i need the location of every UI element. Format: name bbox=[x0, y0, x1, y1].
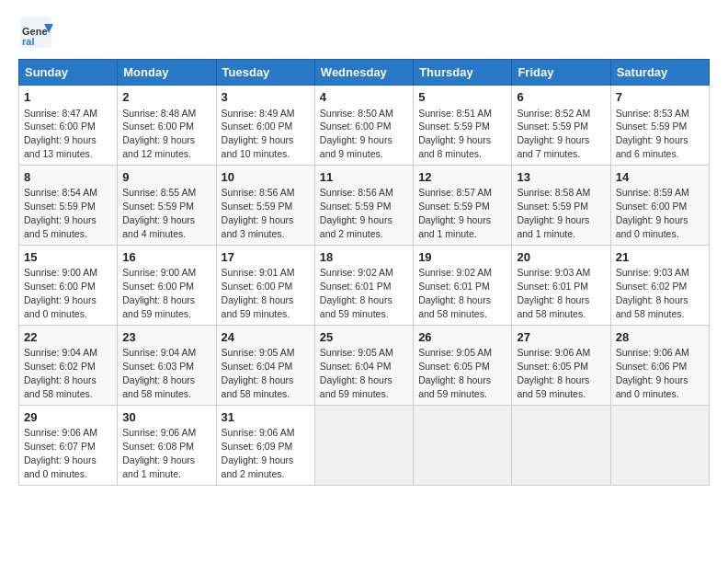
day-number: 22 bbox=[24, 329, 112, 346]
day-number: 11 bbox=[320, 169, 408, 186]
day-detail: Sunrise: 9:01 AMSunset: 6:00 PMDaylight:… bbox=[222, 267, 295, 319]
day-number: 6 bbox=[517, 89, 605, 106]
calendar-cell bbox=[414, 405, 512, 485]
day-number: 1 bbox=[24, 89, 112, 106]
calendar-cell: 2 Sunrise: 8:48 AMSunset: 6:00 PMDayligh… bbox=[118, 86, 216, 166]
calendar-cell: 8 Sunrise: 8:54 AMSunset: 5:59 PMDayligh… bbox=[19, 165, 118, 245]
calendar-cell: 12 Sunrise: 8:57 AMSunset: 5:59 PMDaylig… bbox=[414, 165, 512, 245]
calendar-cell: 22 Sunrise: 9:04 AMSunset: 6:02 PMDaylig… bbox=[19, 325, 118, 405]
calendar-cell: 15 Sunrise: 9:00 AMSunset: 6:00 PMDaylig… bbox=[19, 245, 118, 325]
day-number: 18 bbox=[320, 249, 408, 266]
page-container: Gene ral SundayMondayTuesdayWednesdayThu… bbox=[0, 0, 728, 495]
calendar-cell bbox=[512, 405, 610, 485]
calendar-cell: 6 Sunrise: 8:52 AMSunset: 5:59 PMDayligh… bbox=[512, 86, 610, 166]
day-detail: Sunrise: 8:47 AMSunset: 6:00 PMDaylight:… bbox=[24, 108, 97, 160]
day-number: 17 bbox=[222, 249, 310, 266]
calendar-cell: 23 Sunrise: 9:04 AMSunset: 6:03 PMDaylig… bbox=[118, 325, 216, 405]
day-detail: Sunrise: 8:49 AMSunset: 6:00 PMDaylight:… bbox=[222, 108, 295, 160]
day-number: 25 bbox=[320, 329, 408, 346]
day-number: 19 bbox=[418, 249, 506, 266]
day-detail: Sunrise: 8:53 AMSunset: 5:59 PMDaylight:… bbox=[616, 108, 689, 160]
day-detail: Sunrise: 8:58 AMSunset: 5:59 PMDaylight:… bbox=[517, 187, 590, 239]
calendar-cell: 21 Sunrise: 9:03 AMSunset: 6:02 PMDaylig… bbox=[610, 245, 709, 325]
svg-text:ral: ral bbox=[22, 36, 34, 47]
day-detail: Sunrise: 9:06 AMSunset: 6:05 PMDaylight:… bbox=[517, 347, 590, 399]
day-number: 20 bbox=[517, 249, 605, 266]
weekday-header-thursday: Thursday bbox=[414, 60, 512, 86]
calendar-week-row: 1 Sunrise: 8:47 AMSunset: 6:00 PMDayligh… bbox=[19, 86, 710, 166]
day-detail: Sunrise: 8:56 AMSunset: 5:59 PMDaylight:… bbox=[222, 187, 295, 239]
day-detail: Sunrise: 9:04 AMSunset: 6:02 PMDaylight:… bbox=[24, 347, 97, 399]
calendar-cell: 18 Sunrise: 9:02 AMSunset: 6:01 PMDaylig… bbox=[314, 245, 413, 325]
day-detail: Sunrise: 8:51 AMSunset: 5:59 PMDaylight:… bbox=[418, 108, 492, 160]
calendar-cell: 19 Sunrise: 9:02 AMSunset: 6:01 PMDaylig… bbox=[414, 245, 512, 325]
calendar-cell: 13 Sunrise: 8:58 AMSunset: 5:59 PMDaylig… bbox=[512, 165, 610, 245]
calendar-cell: 29 Sunrise: 9:06 AMSunset: 6:07 PMDaylig… bbox=[19, 405, 118, 485]
logo-icon: Gene ral bbox=[18, 15, 53, 50]
calendar-cell: 3 Sunrise: 8:49 AMSunset: 6:00 PMDayligh… bbox=[216, 86, 314, 166]
day-detail: Sunrise: 9:06 AMSunset: 6:08 PMDaylight:… bbox=[122, 427, 196, 479]
day-number: 10 bbox=[222, 169, 310, 186]
weekday-header-wednesday: Wednesday bbox=[314, 60, 413, 86]
day-detail: Sunrise: 9:06 AMSunset: 6:06 PMDaylight:… bbox=[616, 347, 689, 399]
day-number: 21 bbox=[616, 249, 704, 266]
calendar-cell: 28 Sunrise: 9:06 AMSunset: 6:06 PMDaylig… bbox=[610, 325, 709, 405]
calendar-cell: 4 Sunrise: 8:50 AMSunset: 6:00 PMDayligh… bbox=[314, 86, 413, 166]
day-detail: Sunrise: 9:02 AMSunset: 6:01 PMDaylight:… bbox=[418, 267, 492, 319]
day-number: 31 bbox=[222, 409, 310, 426]
calendar-cell: 14 Sunrise: 8:59 AMSunset: 6:00 PMDaylig… bbox=[610, 165, 709, 245]
day-number: 26 bbox=[418, 329, 506, 346]
day-number: 3 bbox=[222, 89, 310, 106]
day-number: 16 bbox=[122, 249, 210, 266]
calendar-cell: 11 Sunrise: 8:56 AMSunset: 5:59 PMDaylig… bbox=[314, 165, 413, 245]
day-detail: Sunrise: 9:06 AMSunset: 6:09 PMDaylight:… bbox=[222, 427, 295, 479]
day-detail: Sunrise: 8:56 AMSunset: 5:59 PMDaylight:… bbox=[320, 187, 393, 239]
day-detail: Sunrise: 9:00 AMSunset: 6:00 PMDaylight:… bbox=[122, 267, 196, 319]
day-detail: Sunrise: 8:54 AMSunset: 5:59 PMDaylight:… bbox=[24, 187, 97, 239]
calendar-cell: 1 Sunrise: 8:47 AMSunset: 6:00 PMDayligh… bbox=[19, 86, 118, 166]
calendar-week-row: 22 Sunrise: 9:04 AMSunset: 6:02 PMDaylig… bbox=[19, 325, 710, 405]
weekday-header-sunday: Sunday bbox=[19, 60, 118, 86]
calendar-week-row: 15 Sunrise: 9:00 AMSunset: 6:00 PMDaylig… bbox=[19, 245, 710, 325]
calendar-cell: 26 Sunrise: 9:05 AMSunset: 6:05 PMDaylig… bbox=[414, 325, 512, 405]
day-detail: Sunrise: 9:03 AMSunset: 6:02 PMDaylight:… bbox=[616, 267, 689, 319]
calendar-cell: 16 Sunrise: 9:00 AMSunset: 6:00 PMDaylig… bbox=[118, 245, 216, 325]
day-detail: Sunrise: 9:04 AMSunset: 6:03 PMDaylight:… bbox=[122, 347, 196, 399]
day-number: 24 bbox=[222, 329, 310, 346]
weekday-header-row: SundayMondayTuesdayWednesdayThursdayFrid… bbox=[19, 60, 710, 86]
day-number: 14 bbox=[616, 169, 704, 186]
day-number: 13 bbox=[517, 169, 605, 186]
calendar-cell: 10 Sunrise: 8:56 AMSunset: 5:59 PMDaylig… bbox=[216, 165, 314, 245]
calendar-week-row: 29 Sunrise: 9:06 AMSunset: 6:07 PMDaylig… bbox=[19, 405, 710, 485]
day-number: 27 bbox=[517, 329, 605, 346]
day-number: 5 bbox=[418, 89, 506, 106]
day-number: 15 bbox=[24, 249, 112, 266]
header: Gene ral bbox=[18, 15, 710, 50]
day-detail: Sunrise: 9:02 AMSunset: 6:01 PMDaylight:… bbox=[320, 267, 393, 319]
calendar-cell: 17 Sunrise: 9:01 AMSunset: 6:00 PMDaylig… bbox=[216, 245, 314, 325]
day-detail: Sunrise: 9:05 AMSunset: 6:04 PMDaylight:… bbox=[320, 347, 393, 399]
weekday-header-tuesday: Tuesday bbox=[216, 60, 314, 86]
calendar-week-row: 8 Sunrise: 8:54 AMSunset: 5:59 PMDayligh… bbox=[19, 165, 710, 245]
calendar-cell: 25 Sunrise: 9:05 AMSunset: 6:04 PMDaylig… bbox=[314, 325, 413, 405]
calendar-cell: 24 Sunrise: 9:05 AMSunset: 6:04 PMDaylig… bbox=[216, 325, 314, 405]
day-number: 28 bbox=[616, 329, 704, 346]
day-detail: Sunrise: 8:50 AMSunset: 6:00 PMDaylight:… bbox=[320, 108, 393, 160]
calendar-cell: 5 Sunrise: 8:51 AMSunset: 5:59 PMDayligh… bbox=[414, 86, 512, 166]
day-number: 8 bbox=[24, 169, 112, 186]
calendar-cell: 31 Sunrise: 9:06 AMSunset: 6:09 PMDaylig… bbox=[216, 405, 314, 485]
calendar-cell: 30 Sunrise: 9:06 AMSunset: 6:08 PMDaylig… bbox=[118, 405, 216, 485]
day-number: 4 bbox=[320, 89, 408, 106]
logo: Gene ral bbox=[18, 15, 57, 50]
day-number: 12 bbox=[418, 169, 506, 186]
calendar-cell: 20 Sunrise: 9:03 AMSunset: 6:01 PMDaylig… bbox=[512, 245, 610, 325]
day-number: 9 bbox=[122, 169, 210, 186]
day-number: 30 bbox=[122, 409, 210, 426]
weekday-header-saturday: Saturday bbox=[610, 60, 709, 86]
day-detail: Sunrise: 9:00 AMSunset: 6:00 PMDaylight:… bbox=[24, 267, 97, 319]
day-detail: Sunrise: 8:55 AMSunset: 5:59 PMDaylight:… bbox=[122, 187, 196, 239]
day-number: 7 bbox=[616, 89, 704, 106]
day-number: 23 bbox=[122, 329, 210, 346]
calendar-cell bbox=[314, 405, 413, 485]
day-detail: Sunrise: 9:06 AMSunset: 6:07 PMDaylight:… bbox=[24, 427, 97, 479]
